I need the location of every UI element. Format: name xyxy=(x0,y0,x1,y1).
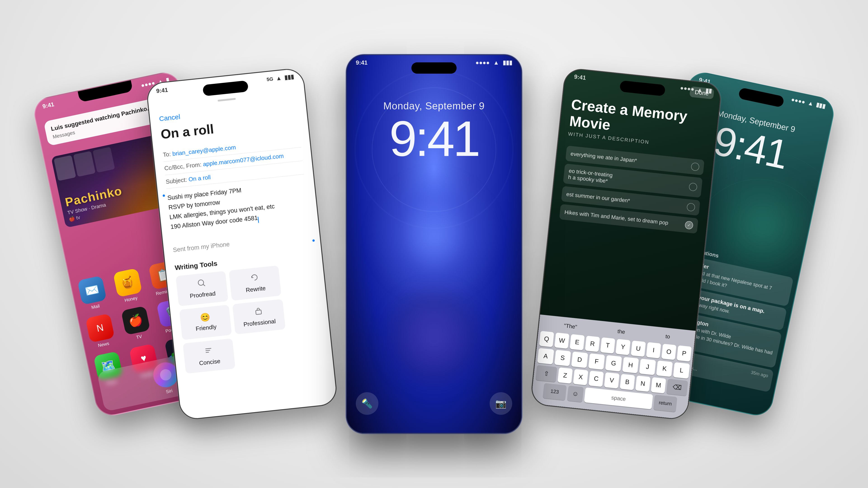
key-emoji[interactable]: ☺ xyxy=(567,386,584,402)
phone-2-time: 9:41 xyxy=(156,87,168,95)
key-m[interactable]: M xyxy=(651,377,666,393)
key-x[interactable]: X xyxy=(573,369,588,385)
app-mail-icon: ✉️ xyxy=(77,275,107,305)
key-d[interactable]: D xyxy=(571,352,588,368)
orb-secondary xyxy=(377,282,491,395)
suggestion-1-text: everything we ate in Japan* xyxy=(570,151,637,164)
key-w[interactable]: W xyxy=(554,332,569,349)
phone-4-vol-down xyxy=(553,152,556,170)
tool-concise[interactable]: Concise xyxy=(183,338,236,374)
phone-2-battery-icon: ▮▮▮ xyxy=(284,73,294,81)
notif-time-4: 35m ago xyxy=(750,370,769,379)
phone-2-status-icons: 5G ▲ ▮▮▮ xyxy=(266,73,294,83)
email-body-text: Sushi my place Friday 7PM RSVP by tomorr… xyxy=(167,179,309,232)
key-123[interactable]: 123 xyxy=(543,383,567,400)
phones-container: 9:41 ●●●● ▲ ▮ Luis suggested watching Pa… xyxy=(0,0,868,488)
suggestion-3-text: est summer in our garden* xyxy=(566,191,630,204)
phone-4-mute xyxy=(557,113,560,126)
key-n[interactable]: N xyxy=(635,376,651,392)
key-q[interactable]: Q xyxy=(539,331,554,347)
app-tv-container[interactable]: 🍎 TV xyxy=(121,306,152,342)
suggestion-to[interactable]: to xyxy=(661,331,674,342)
phone-3-dynamic-island xyxy=(411,62,457,74)
key-g[interactable]: G xyxy=(605,355,622,372)
app-news-container[interactable]: N News xyxy=(85,313,116,350)
concise-label: Concise xyxy=(199,358,221,367)
key-a[interactable]: A xyxy=(537,348,554,364)
phone-2-wifi-icon: ▲ xyxy=(276,74,282,82)
rewrite-label: Rewrite xyxy=(246,285,266,294)
key-h[interactable]: H xyxy=(622,357,639,373)
key-l[interactable]: L xyxy=(673,362,690,379)
key-j[interactable]: J xyxy=(639,359,656,375)
key-c[interactable]: C xyxy=(589,370,604,387)
svg-rect-6 xyxy=(256,310,261,315)
key-o[interactable]: O xyxy=(661,344,677,360)
professional-label: Professional xyxy=(243,318,276,328)
key-b[interactable]: B xyxy=(620,374,635,390)
phone-4-left-buttons xyxy=(553,113,560,170)
suggestion-4-text: Hikes with Tim and Marie, set to dream p… xyxy=(564,209,669,226)
phone-5-status-icons: ●●●● ▲ ▮▮▮ xyxy=(790,96,826,110)
friendly-label: Friendly xyxy=(195,323,217,332)
key-t[interactable]: T xyxy=(600,337,615,354)
tool-rewrite[interactable]: Rewrite xyxy=(229,265,281,301)
app-mail-container[interactable]: ✉️ Mail xyxy=(77,275,108,312)
phone-5-signal: ●●●● xyxy=(790,96,806,106)
tool-proofread[interactable]: Proofread xyxy=(176,271,228,306)
siri-inner xyxy=(159,368,172,381)
check-4: ✓ xyxy=(684,221,693,230)
proofread-icon xyxy=(197,279,206,290)
email-subject-value: On a roll xyxy=(188,174,211,183)
svg-line-7 xyxy=(206,348,211,349)
key-p[interactable]: P xyxy=(677,346,692,362)
text-cursor xyxy=(257,217,259,223)
phone-4-vol-up xyxy=(555,130,559,148)
key-v[interactable]: V xyxy=(604,372,620,389)
phone-2-network: 5G xyxy=(266,76,274,83)
volume-up-button xyxy=(42,161,48,179)
phone-3-signal: ●●●● xyxy=(475,59,490,66)
key-return[interactable]: return xyxy=(653,395,677,412)
camera-widget[interactable]: 📷 xyxy=(490,392,512,415)
selection-handle-top xyxy=(162,194,165,197)
flashlight-widget[interactable]: 🔦 xyxy=(356,392,378,415)
volume-down-button xyxy=(47,183,52,201)
tool-friendly[interactable]: 😊 Friendly xyxy=(179,304,232,340)
key-s[interactable]: S xyxy=(554,350,571,366)
cast-thumb-1 xyxy=(54,155,76,181)
proofread-label: Proofread xyxy=(189,290,216,300)
app-tv-icon: 🍎 xyxy=(121,306,150,335)
memory-movie-title: Create a Memory Movie WITH JUST A DESCRI… xyxy=(568,96,710,151)
phone-5-wifi: ▲ xyxy=(807,99,814,107)
key-shift[interactable]: ⇧ xyxy=(535,365,557,382)
suggestion-2-text: eo trick-or-treatingh a spooky vibe* xyxy=(568,168,613,185)
key-i[interactable]: I xyxy=(646,342,661,358)
tool-professional[interactable]: Professional xyxy=(232,299,286,334)
key-r[interactable]: R xyxy=(585,336,600,352)
key-z[interactable]: Z xyxy=(557,367,573,384)
email-body[interactable]: Sushi my place Friday 7PM RSVP by tomorr… xyxy=(167,179,311,255)
key-y[interactable]: Y xyxy=(616,339,631,355)
key-k[interactable]: K xyxy=(656,360,673,377)
check-3 xyxy=(686,203,695,212)
phone-3-screen: 9:41 ●●●● ▲ ▮▮▮ Monday, September 9 9:41… xyxy=(347,55,521,433)
suggestion-the[interactable]: the xyxy=(614,326,629,337)
writing-tools-grid: Proofread Rewrite xyxy=(176,262,323,374)
app-news-icon: N xyxy=(85,313,115,343)
app-honey-container[interactable]: 🍯 Honey xyxy=(113,268,144,304)
key-e[interactable]: E xyxy=(569,334,585,350)
key-u[interactable]: U xyxy=(631,340,646,357)
phone-1-side-buttons xyxy=(39,145,53,201)
rewrite-icon xyxy=(250,273,259,284)
phone-1-time: 9:41 xyxy=(42,101,55,110)
lockscreen-widgets: 🔦 📷 xyxy=(356,392,512,415)
key-backspace[interactable]: ⌫ xyxy=(666,379,688,396)
phone-5-battery: ▮▮▮ xyxy=(815,101,826,110)
key-f[interactable]: F xyxy=(588,353,605,370)
phone-3-center: 9:41 ●●●● ▲ ▮▮▮ Monday, September 9 9:41… xyxy=(346,54,522,434)
suggestion-the-quoted[interactable]: "The" xyxy=(560,320,581,332)
svg-line-5 xyxy=(203,284,205,286)
cast-thumb-3 xyxy=(93,147,115,173)
cast-thumb-2 xyxy=(73,151,96,177)
